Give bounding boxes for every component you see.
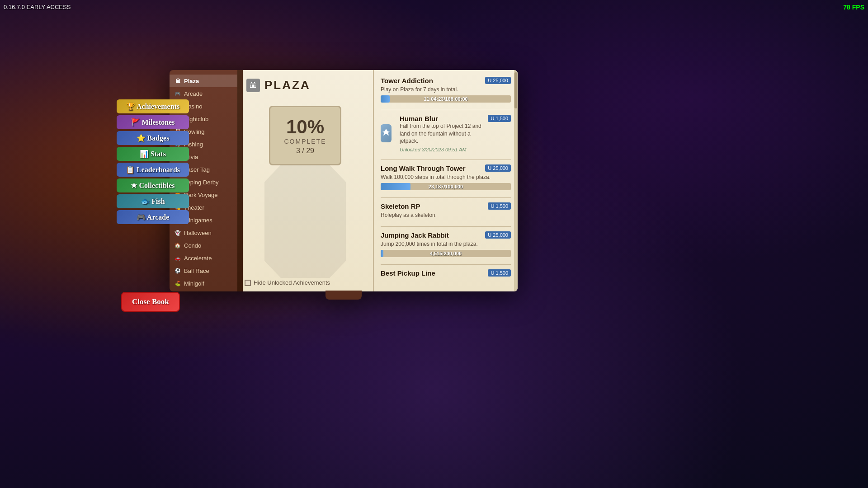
progress-percent: 10% (284, 116, 326, 138)
book: 🏛 Plaza 🎮 Arcade 🎰 Casino 🎵 Nightclub 🎳 … (170, 70, 518, 291)
achievement-reward: U 25,000 (485, 77, 511, 84)
page-silhouette (264, 165, 346, 278)
minigolf-icon: ⛳ (174, 280, 181, 287)
achievement-desc: Roleplay as a skeleton. (381, 211, 511, 219)
achievement-reward: U 25,000 (485, 231, 511, 239)
achievement-reward: U 1,500 (488, 202, 511, 210)
achievement-name: Skeleton RP (381, 202, 420, 210)
progress-bar-text: 4,515/200,000 (381, 250, 511, 257)
achievement-human-blur: Human Blur Fall from the top of Project … (381, 115, 511, 152)
progress-bar-text: 11:04:23/168:00:00 (381, 95, 511, 103)
achievement-divider (381, 110, 511, 110)
achievement-desc: Jump 200,000 times in total in the plaza… (381, 240, 511, 248)
progress-bar-text: 23,187/100,000 (381, 183, 511, 190)
leaderboard-icon: 📋 (126, 166, 135, 174)
achievement-name: Tower Addiction (381, 77, 433, 84)
fps-counter: 78 FPS (843, 4, 864, 11)
fish-icon: 🐟 (141, 197, 150, 205)
arcade-cat-icon: 🎮 (174, 90, 181, 97)
collectibles-icon: ★ (131, 182, 137, 189)
achievement-name: Human Blur (400, 115, 484, 122)
badge-icon: ⭐ (137, 134, 146, 142)
progress-bar: 11:04:23/168:00:00 (381, 95, 511, 103)
category-item-ballrace[interactable]: ⚽ Ball Race (170, 264, 237, 277)
category-item-minigolf[interactable]: ⛳ Minigolf (170, 277, 237, 290)
accelerate-icon: 🚗 (174, 254, 181, 262)
scroll-thumb[interactable] (514, 72, 517, 108)
progress-count: 3 / 29 (284, 147, 326, 155)
nav-achievements[interactable]: 🏆 Achievements (117, 99, 189, 113)
achievement-long-walk: Long Walk Through Tower U 25,000 Walk 10… (381, 164, 511, 190)
achievement-best-pickup: Best Pickup Line U 1,500 (381, 269, 511, 277)
progress-label: COMPLETE (284, 138, 326, 145)
achievement-header: Best Pickup Line U 1,500 (381, 269, 511, 277)
nav-milestones[interactable]: 🚩 Milestones (117, 115, 189, 129)
achievement-divider (381, 264, 511, 265)
progress-section: 10% COMPLETE 3 / 29 (237, 97, 373, 174)
page-title: PLAZA (264, 78, 311, 92)
progress-bar: 23,187/100,000 (381, 183, 511, 190)
achievement-name: Long Walk Through Tower (381, 164, 465, 172)
stats-icon: 📊 (140, 150, 149, 158)
category-item-arcade[interactable]: 🎮 Arcade (170, 87, 237, 100)
achievement-desc: Fall from the top of Project 12 and land… (400, 122, 484, 145)
achievement-header: Tower Addiction U 25,000 (381, 77, 511, 84)
achievement-desc: Play on Plaza for 7 days in total. (381, 86, 511, 94)
achievement-divider (381, 226, 511, 227)
achievement-header: Human Blur Fall from the top of Project … (381, 115, 511, 152)
category-item-plaza[interactable]: 🏛 Plaza (170, 75, 237, 87)
flag-icon: 🚩 (131, 118, 140, 126)
book-tab (326, 291, 362, 300)
close-book-button[interactable]: Close Book (121, 292, 180, 312)
version-label: 0.16.7.0 EARLY ACCESS (4, 4, 71, 10)
achievement-name: Jumping Jack Rabbit (381, 231, 449, 239)
nav-arcade[interactable]: 🎮 Arcade (117, 210, 189, 224)
achievement-icon (381, 124, 392, 142)
page-header-icon: 🏛 (246, 79, 260, 92)
plaza-icon: 🏛 (174, 77, 181, 84)
achievement-skeleton-rp: Skeleton RP U 1,500 Roleplay as a skelet… (381, 202, 511, 219)
achievement-jumping-jack: Jumping Jack Rabbit U 25,000 Jump 200,00… (381, 231, 511, 257)
progress-bar: 4,515/200,000 (381, 250, 511, 257)
achievement-tower-addiction: Tower Addiction U 25,000 Play on Plaza f… (381, 77, 511, 103)
left-nav: 🏆 Achievements 🚩 Milestones ⭐ Badges 📊 S… (117, 99, 189, 224)
trophy-icon: 🏆 (126, 103, 135, 110)
achievement-header: Jumping Jack Rabbit U 25,000 (381, 231, 511, 239)
nav-leaderboards[interactable]: 📋 Leaderboards (117, 163, 189, 177)
progress-badge: 10% COMPLETE 3 / 29 (269, 106, 341, 165)
category-item-condo[interactable]: 🏠 Condo (170, 239, 237, 252)
scroll-indicator (514, 70, 518, 291)
book-spine (237, 70, 243, 291)
ballrace-icon: ⚽ (174, 267, 181, 274)
achievement-header: Skeleton RP U 1,500 (381, 202, 511, 210)
achievement-divider (381, 197, 511, 198)
condo-icon: 🏠 (174, 242, 181, 249)
category-item-accelerate[interactable]: 🚗 Accelerate (170, 252, 237, 264)
nav-badges[interactable]: ⭐ Badges (117, 131, 189, 145)
achievement-reward: U 25,000 (485, 164, 511, 172)
hide-unlocked-checkbox[interactable] (245, 280, 251, 286)
achievement-unlocked-date: Unlocked 3/20/2023 09:51 AM (400, 147, 484, 152)
achievements-list: Tower Addiction U 25,000 Play on Plaza f… (373, 70, 518, 291)
nav-fish[interactable]: 🐟 Fish (117, 194, 189, 208)
achievement-divider (381, 160, 511, 160)
achievement-name: Best Pickup Line (381, 269, 435, 277)
nav-stats[interactable]: 📊 Stats (117, 147, 189, 161)
achievement-reward: U 1,500 (488, 115, 511, 122)
achievement-header: Long Walk Through Tower U 25,000 (381, 164, 511, 172)
arcade-icon: 🎮 (137, 213, 146, 221)
category-item-littlecrusaders[interactable]: ⚔ Little Crusaders (170, 290, 237, 291)
halloween-icon: 👻 (174, 229, 181, 236)
category-item-halloween[interactable]: 👻 Halloween (170, 226, 237, 239)
page-header: 🏛 PLAZA (237, 70, 373, 97)
book-middle-page: 🏛 PLAZA 10% COMPLETE 3 / 29 Hide Unlocke… (237, 70, 373, 291)
achievement-reward: U 1,500 (488, 269, 511, 277)
achievement-desc: Walk 100,000 steps in total through the … (381, 174, 511, 181)
hide-unlocked-label: Hide Unlocked Achievements (254, 279, 330, 286)
hide-unlocked-container: Hide Unlocked Achievements (245, 279, 330, 286)
nav-collectibles[interactable]: ★ Collectibles (117, 178, 189, 192)
